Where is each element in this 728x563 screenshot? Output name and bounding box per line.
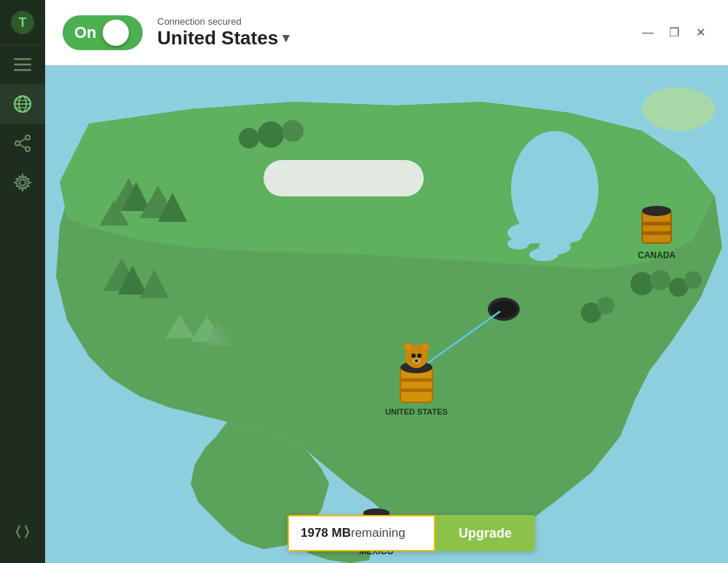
svg-point-11 bbox=[25, 147, 30, 151]
bottom-bar: 1978 MB remaining Upgrade bbox=[288, 515, 535, 551]
connection-status: Connection secured bbox=[157, 16, 289, 27]
svg-point-73 bbox=[415, 359, 418, 362]
menu-icon[interactable] bbox=[0, 45, 45, 84]
svg-point-15 bbox=[20, 180, 25, 185]
svg-point-71 bbox=[417, 354, 422, 358]
svg-rect-49 bbox=[642, 231, 671, 235]
data-amount: 1978 MB bbox=[301, 526, 351, 540]
selected-location: United States bbox=[157, 27, 278, 49]
svg-text:UNITED STATES: UNITED STATES bbox=[385, 407, 448, 416]
svg-point-47 bbox=[642, 206, 671, 216]
vpn-toggle[interactable]: On bbox=[63, 15, 143, 50]
sidebar-item-settings[interactable] bbox=[0, 163, 45, 202]
svg-line-13 bbox=[20, 139, 25, 143]
svg-point-35 bbox=[630, 272, 654, 295]
svg-point-68 bbox=[405, 345, 411, 350]
svg-point-40 bbox=[597, 297, 614, 314]
svg-point-70 bbox=[411, 354, 416, 358]
svg-text:CANADA: CANADA bbox=[638, 250, 676, 260]
svg-point-38 bbox=[684, 271, 702, 289]
svg-point-36 bbox=[650, 270, 670, 290]
svg-point-20 bbox=[507, 238, 529, 249]
svg-rect-3 bbox=[14, 64, 31, 66]
sidebar: T bbox=[0, 0, 45, 563]
map-area: CANADA MEXICO bbox=[45, 65, 728, 563]
svg-rect-48 bbox=[642, 222, 671, 225]
svg-rect-64 bbox=[400, 388, 432, 392]
location-selector[interactable]: United States ▾ bbox=[157, 27, 289, 49]
svg-point-69 bbox=[423, 345, 428, 350]
svg-point-34 bbox=[239, 128, 259, 148]
sidebar-item-share[interactable] bbox=[0, 124, 45, 163]
minimize-button[interactable]: — bbox=[638, 23, 658, 43]
window-controls: — ❐ ✕ bbox=[638, 23, 711, 43]
svg-point-33 bbox=[282, 120, 304, 142]
main-content: On Connection secured United States ▾ — … bbox=[45, 0, 728, 563]
data-remaining-container: 1978 MB remaining bbox=[288, 515, 435, 551]
upgrade-button[interactable]: Upgrade bbox=[435, 515, 535, 551]
svg-line-14 bbox=[20, 145, 25, 148]
chevron-down-icon: ▾ bbox=[282, 30, 289, 46]
svg-rect-44 bbox=[264, 160, 424, 196]
maximize-button[interactable]: ❐ bbox=[664, 23, 684, 43]
data-remaining-label: remaining bbox=[351, 526, 405, 540]
sidebar-item-globe[interactable] bbox=[0, 84, 45, 124]
toggle-label: On bbox=[74, 23, 97, 42]
svg-point-22 bbox=[511, 131, 598, 247]
header: On Connection secured United States ▾ — … bbox=[45, 0, 728, 65]
app-logo: T bbox=[0, 0, 45, 45]
svg-text:T: T bbox=[19, 15, 27, 30]
svg-point-21 bbox=[529, 248, 558, 261]
svg-rect-2 bbox=[14, 58, 31, 60]
svg-point-10 bbox=[25, 135, 30, 140]
svg-rect-4 bbox=[14, 69, 31, 71]
toggle-knob bbox=[103, 20, 129, 46]
svg-point-32 bbox=[258, 121, 284, 148]
sidebar-bottom-section bbox=[0, 512, 45, 551]
svg-point-12 bbox=[15, 141, 20, 145]
close-button[interactable]: ✕ bbox=[690, 23, 711, 43]
sidebar-item-collapse[interactable] bbox=[0, 512, 45, 551]
header-info: Connection secured United States ▾ bbox=[157, 16, 289, 49]
svg-rect-63 bbox=[400, 378, 432, 382]
svg-point-23 bbox=[642, 87, 715, 131]
